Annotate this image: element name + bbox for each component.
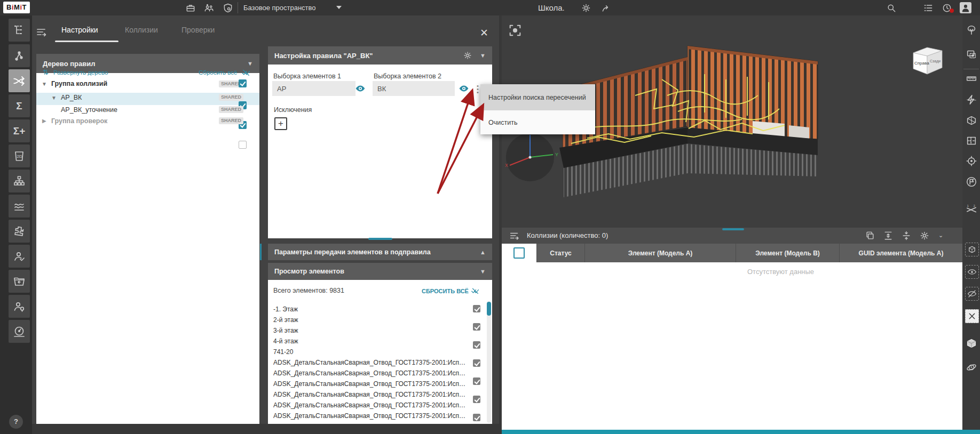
kebab-menu-icon[interactable]: ••• — [477, 84, 479, 94]
selection2-eye-icon[interactable] — [458, 83, 470, 94]
copy-icon[interactable] — [865, 230, 875, 241]
element-row[interactable]: 4-й этаж — [273, 337, 469, 345]
menu-item-clear[interactable]: Очистить — [480, 110, 595, 134]
reset-all-elements-link[interactable]: СБРОСИТЬ ВСЁ — [422, 288, 469, 294]
flag-marker-icon[interactable] — [965, 175, 978, 188]
element-row[interactable]: ADSK_ДетальСтальнаяСварная_Отвод_ГОСТ173… — [273, 401, 469, 409]
solid-model-icon[interactable] — [965, 337, 978, 350]
column-element-a[interactable]: Элемент (Модель A) — [584, 244, 736, 262]
element-row[interactable]: -1. Этаж — [273, 306, 469, 313]
tab-settings[interactable]: Настройки — [61, 26, 98, 34]
relations-tool[interactable] — [9, 44, 30, 67]
view-cube[interactable]: Справа Сзади — [911, 45, 944, 76]
element-row[interactable]: ADSK_ДетальСтальнаяСварная_Отвод_ГОСТ173… — [273, 369, 469, 377]
locate-target-icon[interactable] — [965, 155, 978, 167]
element-row[interactable]: ADSK_ДетальСтальнаяСварная_Отвод_ГОСТ173… — [273, 412, 469, 420]
collapse-rows-icon[interactable] — [901, 230, 912, 241]
elements-view-header[interactable]: Просмотр элементов ▼ — [268, 263, 492, 280]
element-checkbox[interactable] — [473, 359, 480, 367]
section-box-icon[interactable] — [965, 114, 978, 127]
selection2-input[interactable] — [373, 81, 455, 96]
select-all-checkbox[interactable] — [513, 247, 525, 259]
tree-item-checks-group[interactable]: Группа проверок — [51, 117, 107, 125]
transfer-params-header[interactable]: Параметры передачи элементов в подправил… — [268, 244, 492, 260]
chevron-up-icon[interactable]: ▲ — [480, 249, 486, 255]
panel-menu-icon[interactable] — [35, 26, 48, 38]
menu-item-intersection-settings[interactable]: Настройки поиска пересечений — [480, 84, 595, 110]
collapse-caret-icon[interactable]: ▼ — [247, 60, 253, 67]
element-checkbox[interactable] — [473, 396, 480, 403]
dashboard-gauge-tool[interactable] — [9, 320, 30, 343]
element-checkbox[interactable] — [473, 305, 480, 312]
export-folder-tool[interactable] — [9, 270, 30, 293]
selection1-eye-icon[interactable] — [354, 83, 366, 94]
column-guid-a[interactable]: GUID элемента (Модель A) — [839, 244, 962, 262]
collisions-splitter-handle[interactable] — [722, 228, 744, 230]
2d-view-tool[interactable]: 2D — [9, 144, 30, 167]
element-row[interactable]: ADSK_ДетальСтальнаяСварная_Отвод_ГОСТ173… — [273, 380, 469, 388]
element-row[interactable]: 741-20 — [273, 348, 469, 356]
element-row[interactable]: ADSK_ДетальСтальнаяСварная_Отвод_ГОСТ173… — [273, 359, 469, 366]
model-tree-tool[interactable] — [9, 19, 30, 42]
clear-checks-icon[interactable] — [241, 68, 251, 77]
focus-selection-icon[interactable] — [508, 23, 523, 38]
tree-checkbox-collision-group[interactable] — [239, 79, 247, 87]
column-status[interactable]: Статус — [536, 244, 584, 262]
column-element-b[interactable]: Элемент (Модель B) — [736, 244, 839, 262]
tree-item-ar-vk-clarification[interactable]: АР_ВК_уточнение — [61, 106, 117, 114]
tree-checkbox-checks-group[interactable] — [239, 141, 247, 149]
selection1-input[interactable] — [272, 81, 355, 96]
panel-scrollbar-thumb[interactable] — [260, 244, 262, 260]
summary-tool[interactable]: Σ — [9, 94, 30, 117]
tab-collisions[interactable]: Коллизии — [125, 26, 158, 34]
axes-grid-icon[interactable]: 12 — [965, 203, 978, 216]
clear-isolation-icon[interactable] — [965, 309, 979, 323]
floor-plan-icon[interactable] — [965, 134, 978, 147]
help-button[interactable]: ? — [9, 415, 23, 429]
expand-tree-link[interactable]: Развернуть дерево — [53, 69, 108, 76]
elements-scrollbar-track[interactable] — [487, 301, 491, 423]
chevron-down-icon[interactable]: ▼ — [480, 268, 486, 275]
orbit-rotate-icon[interactable] — [965, 361, 978, 374]
clear-checks-icon[interactable] — [471, 286, 480, 295]
task-list-icon[interactable] — [923, 3, 934, 13]
workspace-dropdown-caret[interactable] — [336, 6, 342, 9]
charts-tool[interactable] — [9, 195, 30, 218]
elements-scrollbar-thumb[interactable] — [487, 302, 491, 316]
measure-ruler-icon[interactable] — [965, 72, 978, 85]
hide-element-eye-off-icon[interactable] — [965, 287, 979, 301]
projects-icon[interactable] — [185, 3, 196, 13]
license-shield-icon[interactable] — [223, 3, 233, 13]
tab-checks[interactable]: Проверки — [181, 26, 215, 34]
element-row[interactable]: 2-й этаж — [273, 316, 469, 324]
approvals-tool[interactable] — [9, 245, 30, 268]
element-checkbox[interactable] — [473, 341, 480, 349]
structure-scheme-tool[interactable] — [9, 170, 30, 192]
fit-height-icon[interactable] — [883, 230, 894, 241]
show-element-eye-icon[interactable] — [965, 265, 979, 279]
collapse-caret-icon[interactable]: ▼ — [480, 52, 486, 59]
close-icon[interactable]: ✕ — [479, 28, 489, 38]
splitter-handle[interactable] — [368, 238, 392, 240]
chevron-down-icon[interactable]: ▼ — [51, 95, 57, 101]
user-location-tool[interactable] — [9, 295, 30, 318]
flash-render-icon[interactable] — [965, 93, 978, 106]
header-checkbox-cell[interactable] — [502, 244, 536, 262]
plugins-tool[interactable] — [9, 220, 30, 243]
environment-tree-icon[interactable] — [965, 24, 978, 37]
element-checkbox[interactable] — [473, 323, 480, 331]
element-row[interactable]: ADSK_ДетальСтальнаяСварная_Отвод_ГОСТ173… — [273, 423, 469, 424]
app-logo[interactable]: BiMiT — [3, 2, 30, 13]
search-icon[interactable] — [886, 3, 897, 13]
collisions-tool[interactable] — [9, 69, 30, 92]
element-row[interactable]: ADSK_ДетальСтальнаяСварная_Отвод_ГОСТ173… — [273, 391, 469, 398]
add-exclusion-button[interactable]: + — [274, 117, 287, 130]
expand-tree-icon[interactable]: ⇅ — [43, 68, 49, 76]
chevron-right-icon[interactable]: ▶ — [42, 118, 46, 124]
workspace-selector[interactable]: Базовое пространство — [243, 4, 316, 12]
rule-gear-icon[interactable] — [463, 51, 472, 60]
collisions-menu-icon[interactable] — [509, 230, 520, 242]
element-row[interactable]: 3-й этаж — [273, 327, 469, 334]
element-checkbox[interactable] — [473, 414, 480, 421]
tree-item-collision-group[interactable]: Группа коллизий — [51, 80, 107, 87]
